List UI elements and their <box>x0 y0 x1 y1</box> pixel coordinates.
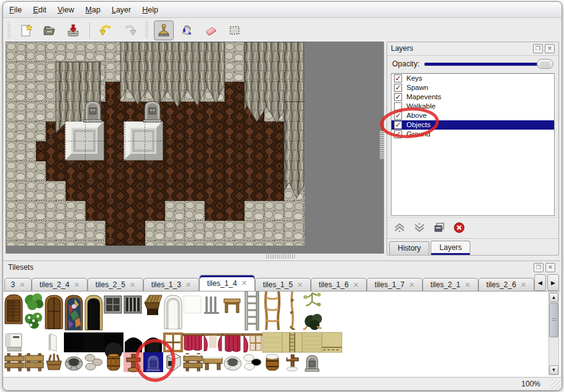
fill-tool-button[interactable] <box>177 20 197 40</box>
layer-row-above[interactable]: ✓ Above <box>392 111 554 120</box>
tab-close-icon[interactable]: ✕ <box>130 281 135 289</box>
tile-table-small[interactable] <box>224 299 240 313</box>
tileset-tab-0[interactable]: 3 ✕ <box>4 278 32 291</box>
select-tool-button[interactable] <box>225 20 244 40</box>
float-panel-icon[interactable]: ❐ <box>533 44 543 53</box>
tileset-image[interactable] <box>3 292 549 375</box>
tab-close-icon[interactable]: ✕ <box>241 279 247 287</box>
tile-cross-snow[interactable] <box>287 355 298 371</box>
scrollbar-thumb[interactable] <box>549 303 558 337</box>
tileset-tab-tiles_1_3[interactable]: tiles_1_3 ✕ <box>143 278 199 291</box>
tab-close-icon[interactable]: ✕ <box>74 281 79 289</box>
tab-close-icon[interactable]: ✕ <box>19 281 25 289</box>
tab-history[interactable]: History <box>389 241 429 255</box>
tile-window-frame-wood[interactable] <box>164 334 182 351</box>
menu-help[interactable]: Help <box>142 6 158 14</box>
menu-file[interactable]: File <box>9 6 22 14</box>
tile-window-arched-dark[interactable] <box>85 295 102 330</box>
tile-black-arch-1[interactable] <box>125 337 142 352</box>
tile-tombstone-selected[interactable] <box>143 352 163 372</box>
new-map-button[interactable] <box>16 20 36 40</box>
layer-row-objects[interactable]: ✓ Objects <box>392 120 554 130</box>
tileset-tab-tiles_1_7[interactable]: tiles_1_7 ✕ <box>367 278 423 291</box>
float-panel-icon[interactable]: ❐ <box>534 263 544 272</box>
opacity-slider[interactable] <box>424 59 553 69</box>
layer-checkbox[interactable]: ✓ <box>394 93 402 101</box>
tile-window-stained-glass[interactable] <box>65 295 83 330</box>
tile-vine-plant[interactable] <box>303 293 322 330</box>
opacity-slider-track[interactable] <box>424 63 552 66</box>
menu-map[interactable]: Map <box>86 6 101 14</box>
tile-tombstone-gray[interactable] <box>305 355 319 372</box>
vertical-splitter-handle[interactable] <box>380 131 384 159</box>
tileset-tab-tiles_1_4[interactable]: tiles_1_4 ✕ <box>199 275 255 291</box>
close-panel-icon[interactable]: ✕ <box>545 263 555 272</box>
tab-layers[interactable]: Layers <box>431 241 470 255</box>
toolbar-grip-2[interactable] <box>145 22 148 38</box>
layer-checkbox[interactable]: ✓ <box>394 112 402 120</box>
tile-arch-white[interactable] <box>164 295 182 329</box>
tileset-scrollbar[interactable]: ▲ ▼ <box>548 292 559 375</box>
layer-row-spawn[interactable]: ✓ Spawn <box>392 83 554 92</box>
tile-well-snow[interactable] <box>224 357 241 370</box>
tileset-tab-tiles_1_6[interactable]: tiles_1_6 ✕ <box>311 278 367 291</box>
undo-button[interactable] <box>96 20 116 40</box>
tileset-tab-tiles_2_1[interactable]: tiles_2_1 ✕ <box>423 278 478 291</box>
tab-close-icon[interactable]: ✕ <box>353 281 359 289</box>
layer-row-ground[interactable]: ✓ Ground <box>392 130 554 139</box>
save-map-button[interactable] <box>63 20 83 40</box>
tile-stove-white[interactable] <box>6 334 22 351</box>
menu-edit[interactable]: Edit <box>33 6 47 14</box>
tile-window-shuttered[interactable] <box>5 295 22 324</box>
open-map-button[interactable] <box>40 20 60 40</box>
tab-scroll-right-icon[interactable]: ▶ <box>547 274 559 291</box>
close-panel-icon[interactable]: ✕ <box>545 44 555 53</box>
tile-grave-cross-highlighted[interactable] <box>123 352 143 372</box>
move-layer-down-icon[interactable] <box>413 221 426 234</box>
tile-curtain-red-side[interactable] <box>223 334 243 352</box>
menu-layer[interactable]: Layer <box>112 6 131 14</box>
toolbar-grip[interactable] <box>7 22 11 38</box>
tile-basket-broken[interactable] <box>47 354 61 370</box>
tile-window-tall[interactable] <box>45 295 63 329</box>
tile-black-solid-1[interactable] <box>64 332 84 352</box>
map-viewport[interactable] <box>6 42 384 254</box>
stamp-tool-button[interactable] <box>154 20 174 40</box>
tile-stone-block[interactable] <box>167 354 181 371</box>
tile-sign-wood-3[interactable] <box>184 354 202 371</box>
tile-black-arch-2[interactable] <box>145 337 162 352</box>
tab-close-icon[interactable]: ✕ <box>186 281 191 289</box>
tile-barrel[interactable] <box>107 354 120 370</box>
tile-window-small-gray[interactable] <box>104 296 122 313</box>
tile-wedge-white[interactable] <box>49 334 56 351</box>
tile-window-barred[interactable] <box>124 296 141 313</box>
tab-close-icon[interactable]: ✕ <box>465 281 470 289</box>
tile-stones-snow[interactable] <box>244 355 261 370</box>
tile-rope-hanging[interactable] <box>290 292 295 329</box>
tile-wall-tan-ladder[interactable] <box>282 332 302 352</box>
layer-list[interactable]: ✓ Keys ✓ Spawn ✓ Mapevents Walkable ✓ Ab… <box>391 73 555 216</box>
layer-checkbox[interactable]: ✓ <box>394 130 402 138</box>
tileset-tab-tiles_2_4[interactable]: tiles_2_4 ✕ <box>32 278 87 291</box>
tile-awning[interactable] <box>145 295 162 315</box>
tile-sign-wood-1[interactable] <box>5 354 24 371</box>
tile-grill-bars[interactable] <box>204 296 219 314</box>
redo-button[interactable] <box>120 20 140 40</box>
tile-curtain-red-rod[interactable] <box>243 334 262 352</box>
tile-curtain-red-open[interactable] <box>203 334 223 351</box>
layer-row-walkable[interactable]: Walkable <box>392 102 554 111</box>
tile-well-stone[interactable] <box>65 357 83 370</box>
tile-white[interactable] <box>184 296 201 313</box>
tileset-content[interactable]: ▲ ▼ <box>3 291 560 376</box>
tile-ladder-rope[interactable] <box>266 292 279 330</box>
opacity-slider-handle[interactable] <box>537 59 553 69</box>
tab-close-icon[interactable]: ✕ <box>521 281 526 289</box>
horizontal-splitter-handle[interactable] <box>266 254 295 259</box>
tileset-tab-tiles_1_5[interactable]: tiles_1_5 ✕ <box>255 278 311 291</box>
tile-wall-tan-3[interactable] <box>322 332 342 352</box>
tile-stepping-stones[interactable] <box>85 355 102 370</box>
tile-bench-wood[interactable] <box>204 357 222 370</box>
layer-checkbox[interactable]: ✓ <box>394 74 402 82</box>
layer-row-keys[interactable]: ✓ Keys <box>392 74 554 83</box>
tile-barrel-snow[interactable] <box>266 354 279 370</box>
